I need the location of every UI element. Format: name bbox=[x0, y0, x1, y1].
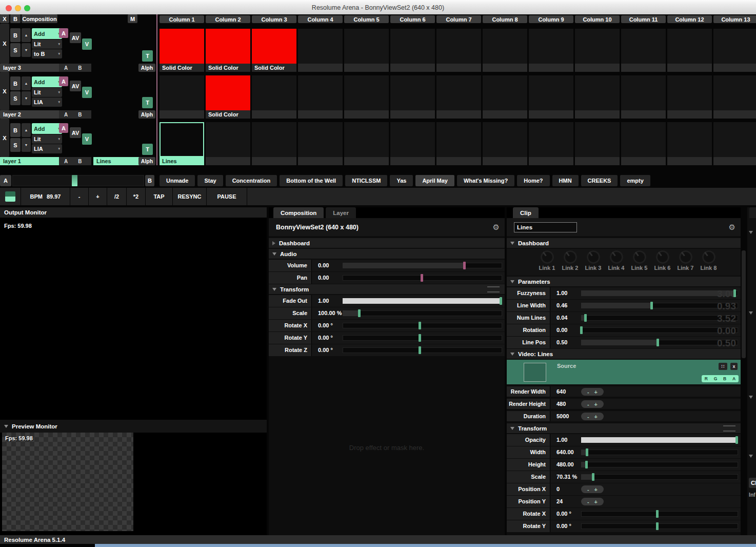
clip-cell[interactable] bbox=[575, 29, 620, 72]
param-slider[interactable] bbox=[581, 437, 738, 443]
clip-thumbnail[interactable] bbox=[252, 122, 296, 157]
clip-cell[interactable] bbox=[529, 122, 573, 165]
remove-source-icon[interactable]: x bbox=[730, 363, 738, 370]
dashboard-link[interactable]: Link 8 bbox=[697, 249, 720, 276]
clip-thumbnail[interactable] bbox=[344, 29, 389, 64]
layer-bypass-button[interactable]: B bbox=[10, 76, 21, 90]
clip-name-strip[interactable] bbox=[298, 64, 343, 72]
clip-cell[interactable]: Solid Color bbox=[206, 29, 250, 72]
dashboard-link[interactable]: Link 3 bbox=[582, 249, 605, 276]
layer-mode-dropdown[interactable]: Lit▾ bbox=[32, 40, 62, 49]
clip-cell[interactable] bbox=[298, 122, 343, 165]
clip-thumbnail[interactable] bbox=[390, 75, 435, 110]
knob-icon[interactable] bbox=[633, 250, 646, 264]
clip-thumbnail[interactable] bbox=[298, 75, 343, 110]
column-header-8[interactable]: Column 8 bbox=[483, 15, 527, 23]
ab-a-label[interactable]: A bbox=[64, 159, 68, 164]
ab-a-label[interactable]: A bbox=[64, 65, 68, 71]
chevron-down-icon[interactable] bbox=[749, 396, 753, 399]
layer-alpha-button[interactable]: Alph bbox=[138, 64, 155, 72]
clip-name-strip[interactable] bbox=[436, 110, 481, 119]
slider-handle[interactable] bbox=[421, 274, 423, 282]
param-slider[interactable]: 0.00 bbox=[581, 327, 738, 333]
value-stepper[interactable]: -+ bbox=[581, 388, 604, 396]
param-slider[interactable] bbox=[581, 474, 738, 480]
layer-solo-button[interactable]: S bbox=[10, 138, 21, 152]
clip-name-strip[interactable] bbox=[436, 64, 481, 72]
slider-handle[interactable] bbox=[584, 314, 587, 322]
bpm-display[interactable]: BPM 89.97 bbox=[21, 188, 70, 205]
clip-cell[interactable] bbox=[667, 75, 712, 119]
layer-ab-assign[interactable]: AB bbox=[59, 64, 91, 72]
gear-icon[interactable]: ⚙ bbox=[493, 223, 500, 232]
layer-transition-button[interactable]: T bbox=[142, 50, 153, 62]
layer-transition-button[interactable]: T bbox=[142, 144, 153, 155]
column-header-3[interactable]: Column 3 bbox=[252, 15, 296, 23]
clip-thumbnail[interactable] bbox=[436, 122, 481, 157]
deck-button[interactable]: Stay bbox=[197, 175, 223, 186]
column-header-10[interactable]: Column 10 bbox=[575, 15, 620, 23]
param-slider[interactable] bbox=[581, 450, 738, 455]
clip-name-strip[interactable] bbox=[529, 157, 573, 165]
clip-name-strip[interactable] bbox=[483, 110, 527, 119]
layer-fader-dropdown[interactable]: LIA▾ bbox=[32, 144, 62, 153]
column-header-1[interactable]: Column 1 bbox=[160, 15, 204, 23]
clip-thumbnail[interactable] bbox=[713, 122, 756, 157]
knob-icon[interactable] bbox=[541, 250, 554, 264]
slider-handle[interactable] bbox=[592, 473, 594, 481]
clip-name-strip[interactable] bbox=[575, 110, 620, 119]
rgba-channels-button[interactable]: RGBA bbox=[702, 375, 739, 382]
layer-av-button[interactable]: AV bbox=[70, 127, 81, 138]
clip-name-strip[interactable] bbox=[621, 157, 666, 165]
clip-cell[interactable]: Solid Color bbox=[252, 29, 296, 72]
slider-handle[interactable] bbox=[656, 339, 659, 346]
clip-cell[interactable]: Solid Color bbox=[160, 29, 204, 72]
chevron-down-icon[interactable] bbox=[749, 311, 753, 315]
clip-name-strip[interactable]: Lines bbox=[160, 157, 204, 165]
channel-g-toggle[interactable]: G bbox=[714, 376, 718, 381]
knob-icon[interactable] bbox=[656, 250, 669, 264]
param-slider[interactable] bbox=[343, 323, 502, 328]
clip-thumbnail[interactable] bbox=[713, 29, 756, 64]
source-thumbnail[interactable] bbox=[524, 363, 546, 382]
clip-cell[interactable] bbox=[344, 122, 389, 165]
hidden-panel-clip-tab[interactable]: Cl bbox=[749, 478, 756, 488]
deck-button[interactable]: Yas bbox=[390, 175, 413, 186]
value-stepper[interactable]: -+ bbox=[581, 485, 604, 493]
clip-name-strip[interactable] bbox=[713, 157, 756, 165]
clip-cell[interactable] bbox=[160, 75, 204, 119]
clip-cell[interactable] bbox=[298, 29, 343, 72]
slider-handle[interactable] bbox=[463, 262, 466, 269]
column-header-4[interactable]: Column 4 bbox=[298, 15, 343, 23]
dashboard-link[interactable]: Link 1 bbox=[535, 249, 559, 276]
slider-handle[interactable] bbox=[586, 448, 588, 456]
clip-name-strip[interactable] bbox=[621, 64, 666, 72]
close-window-icon[interactable] bbox=[6, 5, 12, 11]
clip-cell[interactable] bbox=[252, 122, 296, 165]
clip-thumbnail[interactable] bbox=[575, 29, 620, 64]
clip-thumbnail[interactable] bbox=[436, 29, 481, 64]
clip-name-strip[interactable] bbox=[390, 157, 435, 165]
clip-name-strip[interactable] bbox=[390, 64, 435, 72]
clip-cell[interactable] bbox=[483, 29, 527, 72]
slider-handle[interactable] bbox=[419, 346, 421, 354]
layer-mode-dropdown[interactable]: Lit▾ bbox=[32, 134, 62, 144]
layer-name-label[interactable]: layer 1 bbox=[0, 157, 65, 165]
clip-thumbnail[interactable] bbox=[529, 75, 573, 110]
layer-up-icon[interactable]: ▲ bbox=[22, 123, 31, 137]
clip-name-strip[interactable] bbox=[575, 64, 620, 72]
clip-name-strip[interactable] bbox=[483, 157, 527, 165]
layer-mode-dropdown[interactable]: Lit▾ bbox=[32, 88, 62, 97]
clip-name-strip[interactable] bbox=[483, 64, 527, 72]
clip-cell[interactable] bbox=[483, 75, 527, 119]
clip-thumbnail[interactable] bbox=[206, 75, 250, 110]
value-stepper[interactable]: -+ bbox=[581, 413, 604, 420]
layer-x-button[interactable]: X bbox=[0, 24, 9, 64]
clip-thumbnail[interactable] bbox=[390, 29, 435, 64]
bpm--button[interactable]: + bbox=[89, 188, 107, 205]
clip-cell[interactable]: Lines bbox=[160, 122, 204, 165]
param-slider[interactable] bbox=[343, 310, 502, 316]
column-header-7[interactable]: Column 7 bbox=[436, 15, 481, 23]
expand-icon[interactable]: ∷ bbox=[719, 363, 727, 370]
layer-name-label[interactable]: layer 3 bbox=[0, 64, 65, 72]
